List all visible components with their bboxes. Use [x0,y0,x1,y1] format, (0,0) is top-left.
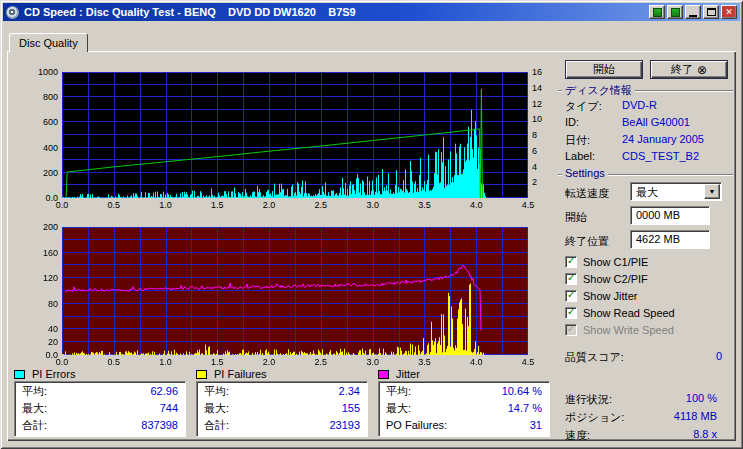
checkbox-label: Show C1/PIE [583,256,648,268]
axis-tick-label: 2.5 [309,200,333,210]
axis-tick-label: 4.0 [464,357,488,367]
stat-value: 155 [342,400,360,417]
disc-type-label: タイプ: [565,99,602,114]
pi-failures-stats-box: 平均:2.34 最大:155 合計:23193 [196,381,368,437]
disc-quality-tab-panel: PI Errors PI Failures Jitter 平均:62.96 最大… [7,51,736,441]
pi-errors-stats-box: 平均:62.96 最大:744 合計:837398 [14,381,186,437]
axis-tick-label: 1.5 [205,357,229,367]
progress-value: 100 % [622,392,717,404]
transfer-speed-value: 最大 [636,185,658,200]
axis-tick-label: 800 [9,92,58,102]
stat-row: 最大:744 [15,400,185,417]
jitter-swatch [378,370,389,379]
axis-tick-label: 2.5 [309,357,333,367]
checkbox-box: ✓ [565,273,577,285]
stat-value: 23193 [329,417,360,434]
titlebar[interactable]: CD Speed : Disc Quality Test - BENQ DVD … [3,3,740,21]
axis-tick-label: 3.0 [361,357,385,367]
jitter-stats-box: 平均:10.64 % 最大:14.7 % PO Failures:31 [378,381,550,437]
end-position-label: 終了位置 [565,234,609,249]
pi-errors-legend-label: PI Errors [32,368,75,380]
checkbox-box: ✓ [565,256,577,268]
start-button-label: 開始 [593,62,615,77]
start-button[interactable]: 開始 [565,60,643,79]
axis-tick-label: 20 [9,337,58,347]
axis-tick-label: 2 [532,177,552,187]
start-position-value: 0000 MB [636,209,680,221]
close-icon: ✕ [725,8,733,17]
stat-label: 平均: [204,383,229,400]
checkbox-show-jitter[interactable]: ✓ Show Jitter [565,290,637,305]
transfer-speed-dropdown-button[interactable]: ▼ [704,184,720,199]
window-title: CD Speed : Disc Quality Test - BENQ DVD … [24,6,647,18]
progress-label: 進行状況: [565,392,612,407]
axis-tick-label: 0.0 [50,200,74,210]
axis-tick-label: 4.0 [464,200,488,210]
stat-value: 31 [530,417,542,434]
stat-label: 最大: [386,400,411,417]
stat-value: 2.34 [339,383,360,400]
axis-tick-label: 6 [532,146,552,156]
axis-tick-label: 1.0 [154,200,178,210]
axis-tick-label: 10 [532,114,552,124]
checkbox-show-c2-pif[interactable]: ✓ Show C2/PIF [565,273,648,288]
pi-errors-read-speed-chart [62,72,528,198]
checkbox-box: ✓ [565,307,577,319]
stat-label: PO Failures: [386,417,447,434]
checkbox-label: Show Write Speed [583,324,674,336]
position-label: ポジション: [565,410,624,425]
stat-label: 最大: [204,400,229,417]
pi-failures-jitter-chart [62,227,528,355]
jitter-legend-label: Jitter [396,368,420,380]
end-position-field[interactable]: 4622 MB [630,230,710,249]
checkbox-label: Show Read Speed [583,307,675,319]
checkbox-show-write-speed: ✓ Show Write Speed [565,324,674,339]
stat-value: 744 [160,400,178,417]
tab-disc-quality[interactable]: Disc Quality [9,33,88,52]
axis-tick-label: 3.0 [361,200,385,210]
axis-tick-label: 200 [9,168,58,178]
stat-label: 平均: [386,383,411,400]
stat-row: 平均:10.64 % [379,383,549,400]
stat-value: 14.7 % [508,400,542,417]
stat-label: 合計: [22,417,47,434]
disc-date-label: 日付: [565,133,590,148]
minimize-button[interactable] [685,5,701,19]
checkbox-show-c1-pie[interactable]: ✓ Show C1/PIE [565,256,648,271]
maximize-button[interactable] [703,5,719,19]
titlebar-tool-button-2[interactable] [667,5,683,19]
stat-row: 最大:155 [197,400,367,417]
axis-tick-label: 1000 [9,67,58,77]
start-position-field[interactable]: 0000 MB [630,206,710,225]
pi-failures-legend-label: PI Failures [214,368,267,380]
axis-tick-label: 3.5 [412,200,436,210]
exit-button-label: 終了 [671,62,693,77]
axis-tick-label: 80 [9,299,58,309]
axis-tick-label: 2.0 [257,200,281,210]
axis-tick-label: 2.0 [257,357,281,367]
exit-button[interactable]: 終了 ⊗ [650,60,728,79]
minimize-icon [689,15,697,17]
end-position-value: 4622 MB [636,233,680,245]
disc-id-label: ID: [565,116,579,128]
stat-row: 最大:14.7 % [379,400,549,417]
close-button[interactable]: ✕ [721,5,737,19]
disc-label-label: Label: [565,150,595,162]
stat-row: 合計:23193 [197,417,367,434]
stat-row: 平均:2.34 [197,383,367,400]
disc-info-group-title: ディスク情報 [562,83,635,98]
transfer-speed-select[interactable]: 最大 ▼ [630,182,722,201]
axis-tick-label: 0.5 [102,357,126,367]
application-window: CD Speed : Disc Quality Test - BENQ DVD … [0,0,743,449]
stat-row: 平均:62.96 [15,383,185,400]
axis-tick-label: 160 [9,248,58,258]
settings-group-title: Settings [562,167,608,179]
stat-value: 62.96 [150,383,178,400]
titlebar-tool-button-1[interactable] [649,5,665,19]
disc-type-value: DVD-R [622,99,657,111]
jitter-legend: Jitter [378,368,420,380]
checkbox-box: ✓ [565,290,577,302]
pi-errors-legend: PI Errors [14,368,75,380]
checkbox-show-read-speed[interactable]: ✓ Show Read Speed [565,307,675,322]
stat-row: PO Failures:31 [379,417,549,434]
